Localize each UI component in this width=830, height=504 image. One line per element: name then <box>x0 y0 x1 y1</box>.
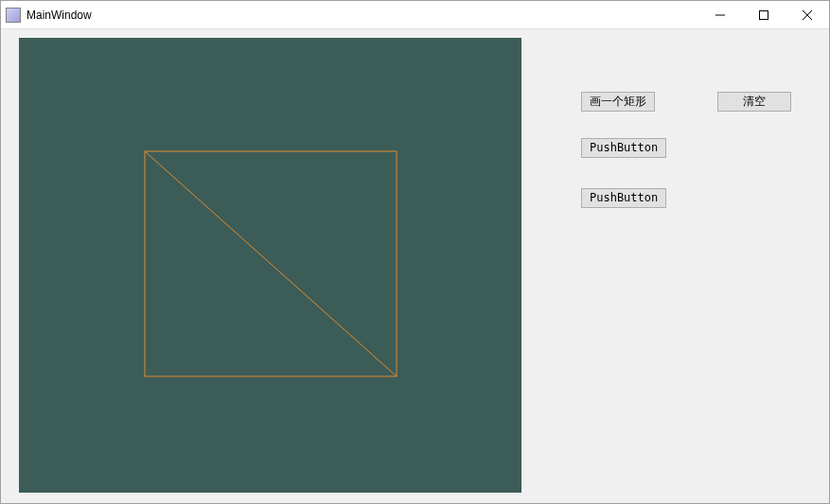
push-button-2[interactable]: PushButton <box>581 188 666 208</box>
maximize-icon <box>759 10 768 20</box>
drawn-diagonal <box>145 151 397 376</box>
drawing-canvas <box>19 38 521 493</box>
client-area: 画一个矩形 清空 PushButton PushButton <box>1 29 829 503</box>
window-controls <box>698 1 829 28</box>
titlebar: MainWindow <box>1 1 829 29</box>
close-icon <box>803 10 812 20</box>
draw-rectangle-button[interactable]: 画一个矩形 <box>581 92 655 112</box>
push-button-1[interactable]: PushButton <box>581 138 666 158</box>
app-icon <box>6 8 21 23</box>
main-window: MainWindow 画一个矩形 清空 PushButton PushButto… <box>0 0 830 504</box>
minimize-icon <box>715 10 725 20</box>
maximize-button[interactable] <box>742 1 786 28</box>
clear-button[interactable]: 清空 <box>717 92 791 112</box>
minimize-button[interactable] <box>698 1 742 28</box>
canvas-svg <box>19 38 521 493</box>
close-button[interactable] <box>786 1 829 28</box>
svg-rect-1 <box>760 10 768 19</box>
window-title: MainWindow <box>26 9 698 22</box>
